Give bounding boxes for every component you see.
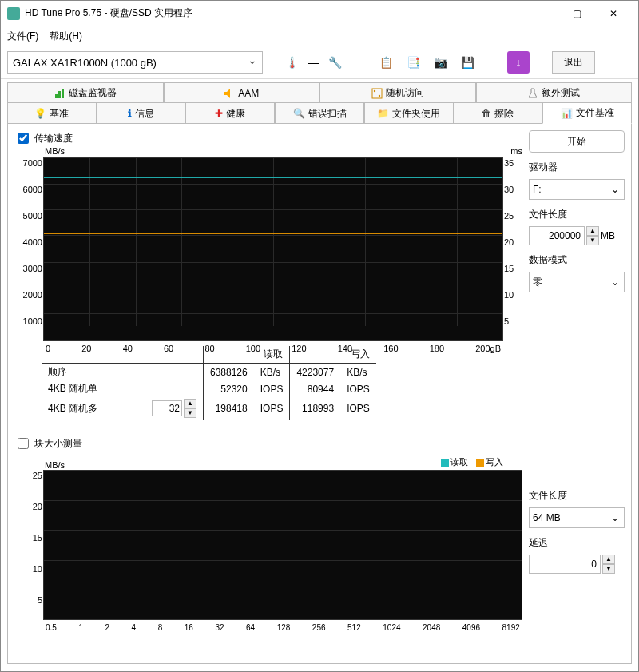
- copy-screenshot-icon[interactable]: 📑: [402, 51, 424, 74]
- chart1-area: 传输速度 MB/s ms 7000 6000 5000 4000 3000 20…: [14, 130, 522, 427]
- delay-up[interactable]: ▲: [602, 555, 615, 564]
- start-button[interactable]: 开始: [529, 130, 625, 153]
- health-icon: ✚: [215, 108, 223, 119]
- tab-content: 传输速度 MB/s ms 7000 6000 5000 4000 3000 20…: [7, 123, 632, 664]
- tab-error-scan[interactable]: 🔍 错误扫描: [275, 102, 364, 124]
- results-table: 读取 写入 顺序 6388126 KB/s 4223077 KB/s: [42, 346, 522, 420]
- save-icon[interactable]: 💾: [456, 51, 478, 74]
- menubar: 文件(F) 帮助(H): [1, 26, 638, 46]
- trace-write: [44, 233, 502, 234]
- tab-folder-usage[interactable]: 📁 文件夹使用: [364, 102, 454, 124]
- chart2: 25 20 15 10 5 0.5 1 2 4: [43, 470, 522, 620]
- queue-depth-input[interactable]: [152, 400, 182, 416]
- tab-erase[interactable]: 🗑 擦除: [454, 102, 543, 124]
- file-length-input[interactable]: [529, 226, 585, 245]
- svg-point-6: [379, 94, 380, 96]
- trace-read: [44, 177, 502, 178]
- minimize-tray-icon[interactable]: ↓: [507, 51, 530, 74]
- settings-icon[interactable]: 🔧: [323, 51, 346, 74]
- tab-extra-tests[interactable]: 额外测试: [476, 82, 633, 103]
- side-panel-top: 开始 驱动器 F: 文件长度 ▲▼ MB 数据模式 零: [529, 130, 625, 427]
- folder-icon: 📁: [377, 108, 389, 119]
- titlebar: HD Tune Pro 5.75 - 硬盘/SSD 实用程序 ─ ▢ ✕: [1, 1, 638, 26]
- r4ks-write-val: 80944: [290, 380, 340, 397]
- drive-select-value: GALAX XA1R1000N (1000 gB): [13, 57, 157, 69]
- svg-rect-1: [58, 91, 61, 98]
- delay-label: 延迟: [529, 536, 625, 550]
- row-4km-label: 4KB 随机多: [42, 397, 145, 420]
- svg-marker-3: [224, 89, 230, 98]
- search-icon: 🔍: [293, 108, 305, 119]
- svg-rect-2: [62, 89, 64, 98]
- app-icon: [7, 7, 20, 20]
- file-length-unit: MB: [601, 230, 615, 241]
- svg-rect-4: [372, 89, 382, 98]
- file-length2-select[interactable]: 64 MB: [529, 507, 625, 528]
- legend-read-swatch: [441, 459, 449, 467]
- tab-health[interactable]: ✚ 健康: [185, 102, 275, 124]
- queue-down[interactable]: ▼: [184, 408, 196, 418]
- seq-read-val: 6388126: [204, 364, 254, 381]
- transfer-rate-section: 传输速度 MB/s ms 7000 6000 5000 4000 3000 20…: [14, 130, 625, 427]
- minimize-button[interactable]: ─: [522, 2, 558, 26]
- seq-write-val: 4223077: [290, 364, 340, 381]
- delay-down[interactable]: ▼: [602, 564, 615, 574]
- delay-input[interactable]: [529, 555, 601, 574]
- tab-row-1: 磁盘监视器 AAM 随机访问 额外测试: [7, 82, 632, 103]
- tab-disk-monitor[interactable]: 磁盘监视器: [7, 82, 164, 103]
- bulb-icon: 💡: [34, 108, 46, 119]
- drive-label: 驱动器: [529, 161, 625, 174]
- r4km-read-val: 198418: [204, 397, 254, 420]
- exit-button[interactable]: 退出: [552, 51, 595, 74]
- chart-icon: [54, 88, 65, 99]
- tab-random-access[interactable]: 随机访问: [320, 82, 476, 103]
- data-pattern-select[interactable]: 零: [529, 272, 625, 292]
- tab-file-benchmark[interactable]: 📊 文件基准: [542, 102, 632, 124]
- tab-container: 磁盘监视器 AAM 随机访问 额外测试 💡 基准 ℹ 信息: [1, 79, 638, 124]
- tab-row-2: 💡 基准 ℹ 信息 ✚ 健康 🔍 错误扫描 📁 文件夹使用 🗑 擦除: [7, 102, 632, 124]
- flen-down[interactable]: ▼: [586, 236, 599, 245]
- row-seq-label: 顺序: [42, 364, 145, 381]
- queue-up[interactable]: ▲: [184, 399, 196, 408]
- side-panel-bottom: 文件长度 64 MB 延迟 ▲▼: [529, 435, 625, 623]
- temp-dash: —: [308, 56, 319, 69]
- tab-info[interactable]: ℹ 信息: [97, 102, 186, 124]
- transfer-rate-label: 传输速度: [34, 132, 73, 145]
- speaker-icon: [224, 88, 235, 99]
- chart1-y-left: 7000 6000 5000 4000 3000 2000 1000: [15, 158, 42, 326]
- queue-depth-spinner[interactable]: ▲▼: [152, 399, 196, 418]
- camera-icon[interactable]: 📷: [429, 51, 451, 74]
- menu-file[interactable]: 文件(F): [7, 30, 38, 43]
- close-button[interactable]: ✕: [595, 2, 632, 26]
- chart2-y-left: 25 20 15 10 5: [15, 471, 42, 605]
- info-icon: ℹ: [128, 108, 132, 119]
- tab-aam[interactable]: AAM: [164, 82, 320, 103]
- block-size-section: 块大小测量 读取 写入 MB/s 25 20 15 10 5: [14, 435, 625, 623]
- drive-letter-select[interactable]: F:: [529, 179, 625, 200]
- window-buttons: ─ ▢ ✕: [522, 2, 632, 26]
- transfer-rate-checkbox[interactable]: [18, 133, 29, 144]
- toolbar: GALAX XA1R1000N (1000 gB) 🌡️ — 🔧 📋 📑 📷 💾…: [1, 46, 638, 79]
- r4km-write-val: 118993: [290, 397, 340, 420]
- window-title: HD Tune Pro 5.75 - 硬盘/SSD 实用程序: [25, 6, 522, 20]
- chart2-unit-left: MB/s: [45, 460, 65, 470]
- row-4ks-label: 4KB 随机单: [42, 380, 145, 397]
- menu-help[interactable]: 帮助(H): [50, 30, 82, 43]
- chart1-y-right: 35 30 25 20 15 10 5: [504, 158, 522, 326]
- block-size-label: 块大小测量: [34, 437, 82, 451]
- block-size-checkbox[interactable]: [18, 438, 29, 449]
- chart1-unit-right: ms: [510, 146, 522, 156]
- tab-benchmark[interactable]: 💡 基准: [7, 102, 97, 124]
- drive-select[interactable]: GALAX XA1R1000N (1000 gB): [7, 51, 263, 74]
- chart1: 7000 6000 5000 4000 3000 2000 1000 35 30…: [43, 157, 503, 341]
- chart2-area: 块大小测量 读取 写入 MB/s 25 20 15 10 5: [14, 435, 522, 623]
- chart2-legend: 读取 写入: [14, 456, 522, 468]
- svg-point-5: [374, 89, 375, 91]
- copy-info-icon[interactable]: 📋: [375, 51, 397, 74]
- temperature-icon[interactable]: 🌡️: [280, 51, 303, 74]
- r4ks-read-val: 52320: [204, 380, 254, 397]
- data-pattern-label: 数据模式: [529, 253, 625, 267]
- maximize-button[interactable]: ▢: [558, 2, 595, 26]
- flen-up[interactable]: ▲: [586, 226, 599, 236]
- svg-rect-0: [55, 94, 58, 98]
